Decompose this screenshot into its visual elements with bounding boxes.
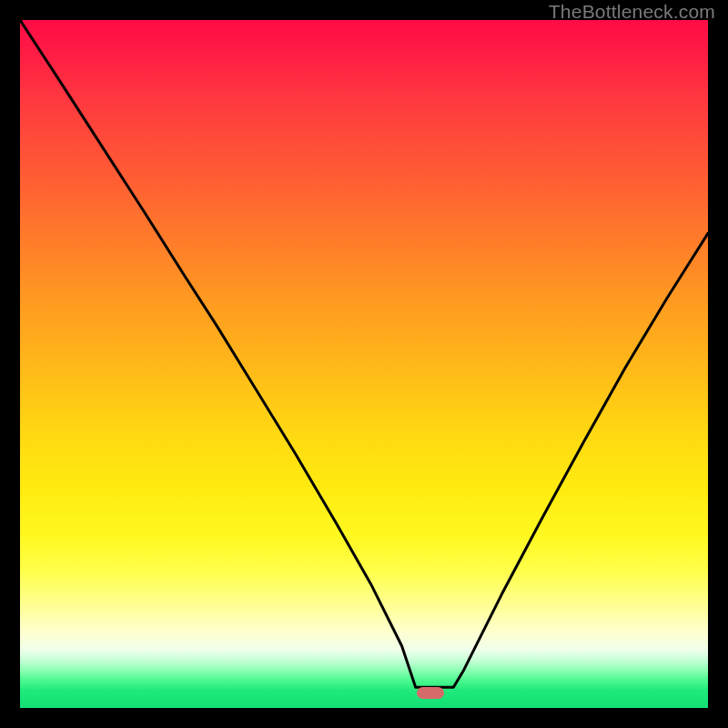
bottleneck-curve [20, 20, 708, 708]
plot-area [20, 20, 708, 708]
chart-frame: TheBottleneck.com [0, 0, 728, 728]
optimal-marker [417, 687, 444, 699]
